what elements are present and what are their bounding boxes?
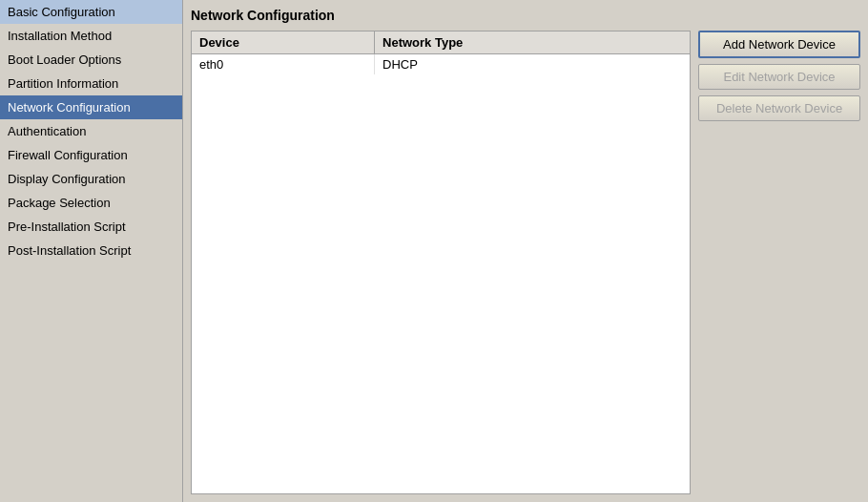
- col-network-type: Network Type: [375, 31, 690, 54]
- delete-network-device-button[interactable]: Delete Network Device: [698, 95, 860, 121]
- sidebar: Basic ConfigurationInstallation MethodBo…: [0, 0, 183, 502]
- content-area: Device Network Type eth0DHCP Add Network…: [191, 31, 860, 494]
- sidebar-item-network-configuration[interactable]: Network Configuration: [0, 95, 182, 119]
- sidebar-item-installation-method[interactable]: Installation Method: [0, 24, 182, 48]
- sidebar-item-authentication[interactable]: Authentication: [0, 119, 182, 143]
- table-row[interactable]: eth0DHCP: [192, 54, 690, 75]
- add-network-device-button[interactable]: Add Network Device: [698, 31, 860, 58]
- cell-network-type: DHCP: [375, 54, 690, 75]
- sidebar-item-boot-loader-options[interactable]: Boot Loader Options: [0, 48, 182, 72]
- page-title: Network Configuration: [191, 8, 860, 23]
- sidebar-item-display-configuration[interactable]: Display Configuration: [0, 167, 182, 191]
- sidebar-item-partition-information[interactable]: Partition Information: [0, 72, 182, 95]
- sidebar-item-package-selection[interactable]: Package Selection: [0, 191, 182, 215]
- sidebar-item-post-installation-script[interactable]: Post-Installation Script: [0, 239, 182, 262]
- sidebar-item-pre-installation-script[interactable]: Pre-Installation Script: [0, 215, 182, 239]
- main-content: Network Configuration Device Network Typ…: [183, 0, 868, 502]
- col-device: Device: [192, 31, 375, 54]
- sidebar-item-basic-configuration[interactable]: Basic Configuration: [0, 0, 182, 24]
- buttons-panel: Add Network Device Edit Network Device D…: [698, 31, 860, 494]
- sidebar-item-firewall-configuration[interactable]: Firewall Configuration: [0, 143, 182, 167]
- cell-device: eth0: [192, 54, 375, 75]
- network-device-table: Device Network Type eth0DHCP: [191, 31, 691, 494]
- edit-network-device-button[interactable]: Edit Network Device: [698, 64, 860, 90]
